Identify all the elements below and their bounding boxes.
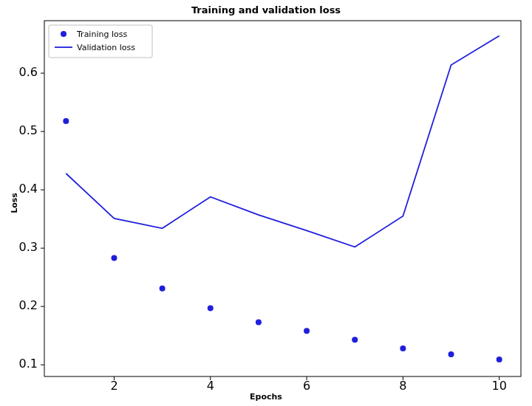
x-tick-label: 4 (207, 379, 214, 393)
x-tick-label: 2 (110, 379, 117, 393)
validation-loss-line (66, 36, 499, 247)
y-tick-label: 0.1 (19, 357, 38, 371)
y-tick-label: 0.3 (19, 240, 38, 254)
chart-axes: 246810 0.10.20.30.40.50.6 Training lossV… (0, 0, 532, 406)
training-loss-point (208, 306, 214, 312)
legend: Training lossValidation loss (49, 25, 152, 58)
training-loss-point (400, 345, 406, 351)
training-loss-point (256, 320, 262, 326)
training-loss-point (449, 351, 454, 357)
y-ticks: 0.10.20.30.40.50.6 (19, 65, 44, 371)
svg-point-12 (61, 31, 66, 37)
x-tick-label: 8 (399, 379, 406, 393)
training-loss-point (111, 255, 117, 261)
y-tick-label: 0.6 (19, 65, 38, 79)
training-loss-point (63, 118, 69, 124)
x-ticks: 246810 (110, 376, 506, 393)
data-series (63, 36, 502, 363)
training-loss-point (352, 337, 358, 343)
x-tick-label: 6 (303, 379, 310, 393)
training-loss-point (304, 328, 310, 334)
y-tick-label: 0.4 (19, 182, 38, 196)
y-tick-label: 0.5 (19, 123, 38, 137)
legend-entry: Training loss (76, 30, 127, 39)
legend-entry: Validation loss (77, 43, 135, 52)
training-loss-point (497, 357, 502, 362)
plot-area (44, 21, 521, 376)
training-loss-point (160, 286, 166, 292)
y-tick-label: 0.2 (19, 298, 38, 312)
chart-figure: Training and validation loss Loss Epochs… (0, 0, 532, 406)
x-tick-label: 10 (492, 379, 507, 393)
